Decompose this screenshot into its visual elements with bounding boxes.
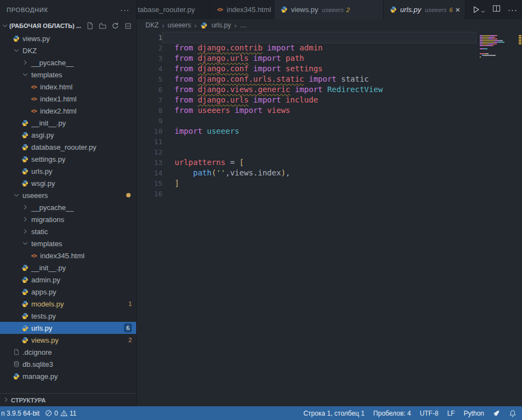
language-mode-status[interactable]: Python (464, 410, 484, 417)
chevron-right-icon (20, 213, 30, 225)
bell-icon[interactable] (509, 410, 517, 417)
eol-status[interactable]: LF (447, 410, 455, 417)
tree-item-label: __init__.py (31, 264, 66, 272)
tree-item-admin.py[interactable]: admin.py (0, 274, 136, 286)
chevron-down-icon (2, 23, 8, 29)
code-text (162, 32, 476, 43)
line-number: 5 (137, 74, 162, 84)
workspace-label: (РАБОЧАЯ ОБЛАСТЬ) ... (9, 22, 81, 29)
code-line-8[interactable]: 8from useeers import views (137, 105, 522, 116)
code-line-15[interactable]: 15] (137, 178, 522, 189)
tab-views.py[interactable]: views.pyuseeers2 (274, 0, 384, 19)
code-line-13[interactable]: 13urlpatterns = [ (137, 157, 522, 168)
minimap[interactable] (480, 31, 518, 406)
tab-index345.html[interactable]: <>index345.html (210, 0, 274, 19)
tree-item-templates[interactable]: templates (0, 69, 136, 81)
tree-item-manage.py[interactable]: manage.py (0, 370, 136, 382)
tree-item-__pycache__[interactable]: __pycache__ (0, 56, 136, 69)
code-line-9[interactable]: 9 (137, 116, 522, 126)
tree-item-database_roouter.py[interactable]: database_roouter.py (0, 141, 136, 153)
tree-item-__pycache__[interactable]: __pycache__ (0, 201, 136, 213)
tree-item-templates[interactable]: templates (0, 237, 136, 249)
tree-item-index2.html[interactable]: <>index2.html (0, 105, 136, 117)
cursor-position-status[interactable]: Строка 1, столбец 1 (304, 410, 364, 417)
tree-item-urls.py[interactable]: urls.py6 (0, 322, 136, 334)
editor-area: tabase_roouter.py<>index345.htmlviews.py… (137, 0, 522, 406)
code-line-11[interactable]: 11 (137, 137, 522, 147)
outline-section-header[interactable]: СТРУКТУРА (0, 393, 136, 406)
tree-item-views.py[interactable]: views.py (0, 32, 136, 44)
more-actions-icon[interactable]: ··· (508, 5, 518, 14)
code-text: from django.conf import settings (162, 64, 476, 74)
tree-item-label: index345.html (40, 252, 85, 260)
tree-item-models.py[interactable]: models.py1 (0, 298, 136, 310)
tree-item-useeers[interactable]: useeers (0, 189, 136, 201)
explorer-more-icon[interactable]: ··· (120, 5, 130, 14)
new-folder-icon[interactable] (99, 22, 106, 30)
tree-item-index.html[interactable]: <>index.html (0, 81, 136, 93)
chevron-right-icon (20, 225, 30, 237)
split-editor-icon[interactable] (492, 4, 501, 15)
breadcrumb-item[interactable]: useeers (167, 21, 191, 29)
collapse-all-icon[interactable] (124, 22, 132, 30)
status-bar: n 3.9.5 64-bit 0 11 Строка 1, столбец 1 … (0, 406, 522, 420)
code-line-16[interactable]: 16 (137, 189, 522, 199)
problems-status[interactable]: 0 11 (45, 410, 76, 417)
close-icon[interactable]: × (456, 5, 461, 14)
code-line-12[interactable]: 12 (137, 147, 522, 157)
code-line-10[interactable]: 10import useeers (137, 126, 522, 137)
tree-item-settings.py[interactable]: settings.py (0, 153, 136, 165)
tree-item-label: apps.py (31, 288, 57, 296)
code-line-2[interactable]: 2from django.contrib import admin (137, 43, 522, 53)
tree-item-.dcignore[interactable]: .dcignore (0, 346, 136, 358)
breadcrumb-item[interactable]: … (240, 21, 246, 29)
tree-item-migrations[interactable]: migrations (0, 213, 136, 225)
play-icon (472, 5, 480, 14)
tree-item-apps.py[interactable]: apps.py (0, 286, 136, 298)
rocket-icon[interactable] (493, 410, 500, 417)
tree-item-tests.py[interactable]: tests.py (0, 310, 136, 322)
code-line-4[interactable]: 4from django.conf import settings (137, 64, 522, 74)
tree-item-db.sqlite3[interactable]: db.sqlite3 (0, 358, 136, 370)
tab-tabase_roouter.py[interactable]: tabase_roouter.py (137, 0, 210, 19)
refresh-icon[interactable] (111, 22, 119, 30)
code-text: from django.urls import path (162, 53, 476, 64)
tree-item-index345.html[interactable]: <>index345.html (0, 249, 136, 262)
new-file-icon[interactable] (86, 22, 94, 30)
code-line-1[interactable]: 1 (137, 32, 522, 43)
code-editor[interactable]: 12from django.contrib import admin3from … (137, 31, 522, 406)
tree-item-label: migrations (31, 215, 64, 224)
tree-item-asgi.py[interactable]: asgi.py (0, 129, 136, 141)
code-line-6[interactable]: 6from django.views.generic import Redire… (137, 84, 522, 95)
py-file-icon (20, 334, 30, 346)
py-file-icon (20, 322, 30, 334)
tree-item-static[interactable]: static (0, 225, 136, 237)
tree-item-wsgi.py[interactable]: wsgi.py (0, 177, 136, 189)
encoding-status[interactable]: UTF-8 (420, 410, 439, 417)
code-line-7[interactable]: 7from django.urls import include (137, 95, 522, 105)
breadcrumb-item[interactable]: urls.py (211, 21, 231, 29)
code-line-3[interactable]: 3from django.urls import path (137, 53, 522, 64)
tree-item-label: views.py (23, 35, 50, 43)
breadcrumb-separator-icon: › (234, 21, 237, 30)
tree-item-views.py[interactable]: views.py2 (0, 334, 136, 346)
chevron-down-icon (11, 189, 21, 201)
run-button[interactable] (472, 5, 485, 14)
tab-urls.py[interactable]: urls.pyuseeers6× (384, 0, 465, 19)
code-line-14[interactable]: 14 path('',views.index), (137, 168, 522, 178)
tree-item-index1.html[interactable]: <>index1.html (0, 93, 136, 105)
tree-item-__init__.py[interactable]: __init__.py (0, 262, 136, 274)
line-number: 8 (137, 105, 162, 116)
py-file-icon (11, 32, 21, 44)
indentation-status[interactable]: Пробелов: 4 (373, 410, 411, 417)
code-line-5[interactable]: 5from django.conf.urls.static import sta… (137, 74, 522, 84)
workspace-section-header[interactable]: (РАБОЧАЯ ОБЛАСТЬ) ... (0, 19, 136, 32)
code-text: from django.contrib import admin (162, 43, 476, 53)
code-text: path('',views.index), (162, 168, 476, 178)
tree-item-__init__.py[interactable]: __init__.py (0, 117, 136, 129)
breadcrumb-item[interactable]: DKZ (145, 21, 159, 29)
tree-item-urls.py[interactable]: urls.py (0, 165, 136, 177)
python-interpreter-status[interactable]: n 3.9.5 64-bit (1, 410, 40, 417)
code-content: 12from django.contrib import admin3from … (137, 31, 522, 199)
tree-item-DKZ[interactable]: DKZ (0, 44, 136, 56)
